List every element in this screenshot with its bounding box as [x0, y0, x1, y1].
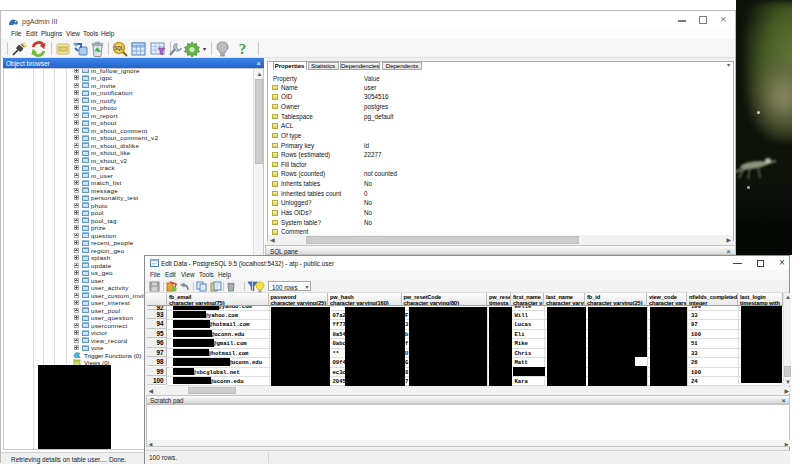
- svg-text:?: ?: [239, 41, 247, 57]
- svg-text:SQL: SQL: [114, 46, 124, 51]
